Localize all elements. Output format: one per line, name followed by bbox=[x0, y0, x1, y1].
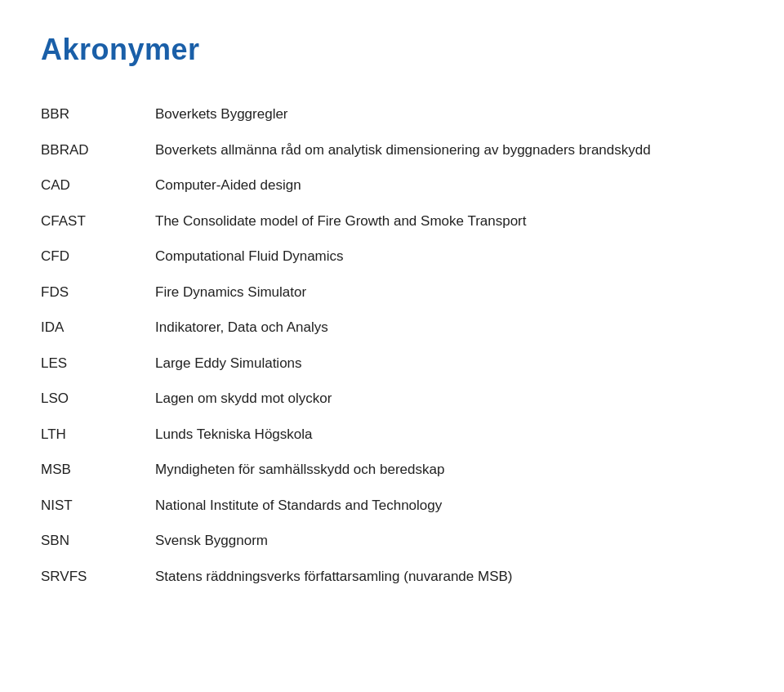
acronym-abbreviation: IDA bbox=[41, 310, 155, 346]
acronym-abbreviation: SBN bbox=[41, 523, 155, 559]
acronym-definition: Computer-Aided design bbox=[155, 167, 743, 203]
acronym-abbreviation: FDS bbox=[41, 275, 155, 310]
table-row: NISTNational Institute of Standards and … bbox=[41, 488, 743, 524]
table-row: CFASTThe Consolidate model of Fire Growt… bbox=[41, 203, 743, 239]
acronym-definition: Myndigheten för samhällsskydd och bereds… bbox=[155, 452, 743, 488]
acronym-abbreviation: LTH bbox=[41, 417, 155, 453]
table-row: LTHLunds Tekniska Högskola bbox=[41, 417, 743, 453]
acronym-abbreviation: BBR bbox=[41, 96, 155, 132]
acronym-definition: Statens räddningsverks författarsamling … bbox=[155, 559, 743, 595]
acronym-definition: Lagen om skydd mot olyckor bbox=[155, 381, 743, 417]
acronym-abbreviation: CFD bbox=[41, 239, 155, 275]
acronym-definition: The Consolidate model of Fire Growth and… bbox=[155, 203, 743, 239]
acronym-definition: Indikatorer, Data och Analys bbox=[155, 310, 743, 346]
table-row: LSOLagen om skydd mot olyckor bbox=[41, 381, 743, 417]
acronym-abbreviation: BBRAD bbox=[41, 132, 155, 168]
table-row: FDSFire Dynamics Simulator bbox=[41, 275, 743, 310]
table-row: LESLarge Eddy Simulations bbox=[41, 346, 743, 382]
table-row: BBRBoverkets Byggregler bbox=[41, 96, 743, 132]
page-title: Akronymer bbox=[41, 33, 743, 67]
table-row: MSBMyndigheten för samhällsskydd och ber… bbox=[41, 452, 743, 488]
acronym-definition: Large Eddy Simulations bbox=[155, 346, 743, 382]
table-row: BBRADBoverkets allmänna råd om analytisk… bbox=[41, 132, 743, 168]
acronym-definition: Lunds Tekniska Högskola bbox=[155, 417, 743, 453]
table-row: CADComputer-Aided design bbox=[41, 167, 743, 203]
acronym-abbreviation: MSB bbox=[41, 452, 155, 488]
acronym-abbreviation: SRVFS bbox=[41, 559, 155, 595]
acronym-abbreviation: CFAST bbox=[41, 203, 155, 239]
acronym-abbreviation: LES bbox=[41, 346, 155, 382]
acronym-definition: Fire Dynamics Simulator bbox=[155, 275, 743, 310]
table-row: SRVFSStatens räddningsverks författarsam… bbox=[41, 559, 743, 595]
acronym-definition: Boverkets allmänna råd om analytisk dime… bbox=[155, 132, 743, 168]
table-row: IDAIndikatorer, Data och Analys bbox=[41, 310, 743, 346]
acronym-definition: Computational Fluid Dynamics bbox=[155, 239, 743, 275]
acronym-abbreviation: NIST bbox=[41, 488, 155, 524]
acronym-abbreviation: LSO bbox=[41, 381, 155, 417]
table-row: SBNSvensk Byggnorm bbox=[41, 523, 743, 559]
acronym-definition: Boverkets Byggregler bbox=[155, 96, 743, 132]
table-row: CFDComputational Fluid Dynamics bbox=[41, 239, 743, 275]
acronym-definition: National Institute of Standards and Tech… bbox=[155, 488, 743, 524]
acronym-abbreviation: CAD bbox=[41, 167, 155, 203]
acronyms-table: BBRBoverkets ByggreglerBBRADBoverkets al… bbox=[41, 96, 743, 594]
acronym-definition: Svensk Byggnorm bbox=[155, 523, 743, 559]
